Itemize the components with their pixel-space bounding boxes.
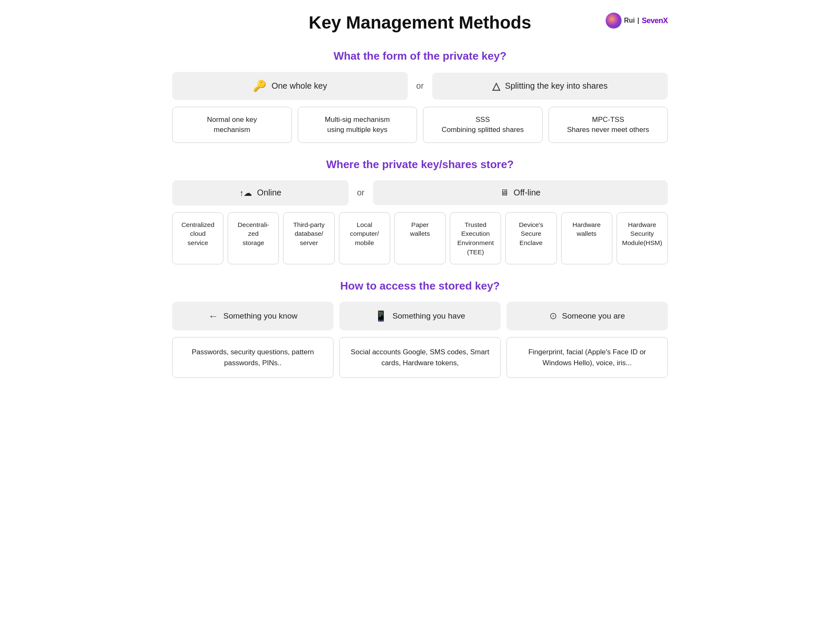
option-someone-are: ⊙ Someone you are [507,302,668,330]
sub-item-passwords: Passwords, security questions, pattern p… [172,337,333,378]
option-online-label: Online [257,188,281,198]
or-label-2: or [354,188,367,198]
sub-item-social-accounts: Social accounts Google, SMS codes, Smart… [339,337,501,378]
sub-item-biometrics: Fingerprint, facial (Apple's Face ID or … [507,337,668,378]
sub-item-normal-one-key: Normal one keymechanism [172,107,292,143]
sub-item-hsm: HardwareSecurityModule(HSM) [617,212,668,265]
know-icon: ← [208,310,218,322]
section-key-form: What the form of the private key? 🔑 One … [172,50,668,143]
or-label-1: or [414,81,426,91]
option-splitting-key-label: Splitting the key into shares [505,81,608,91]
key-icon: 🔑 [253,79,266,92]
option-offline: 🖥 Off-line [373,180,668,205]
sub-item-hardware-wallets: Hardwarewallets [561,212,612,265]
are-icon: ⊙ [549,311,557,322]
sub-item-sss: SSSCombining splitted shares [423,107,543,143]
section3-title: How to access the stored key? [172,279,668,293]
option-something-know: ← Something you know [172,302,333,330]
section-key-access: How to access the stored key? ← Somethin… [172,279,668,378]
option-someone-are-label: Someone you are [562,311,625,321]
storage-options-row: ↑☁ Online or 🖥 Off-line [172,180,668,206]
option-one-whole-key-label: One whole key [271,81,327,91]
section2-title: Where the private key/shares store? [172,158,668,171]
storage-sub-items: Centralizedcloudservice Decentrali-zedst… [172,212,668,265]
sub-item-paper-wallets: Paperwallets [394,212,446,265]
sub-item-centralized-cloud: Centralizedcloudservice [172,212,223,265]
header: Key Management Methods Rui | SevenX [172,13,668,33]
option-something-have-label: Something you have [392,311,465,321]
option-something-have: 📱 Something you have [339,302,501,330]
online-icon: ↑☁ [239,188,252,198]
key-form-sub-items: Normal one keymechanism Multi-sig mechan… [172,107,668,143]
option-splitting-key: △ Splitting the key into shares [432,73,668,100]
access-options-row: ← Something you know 📱 Something you hav… [172,302,668,330]
split-icon: △ [492,80,500,92]
section1-title: What the form of the private key? [172,50,668,63]
option-one-whole-key: 🔑 One whole key [172,72,408,100]
sub-item-third-party: Third-partydatabase/server [283,212,334,265]
sub-item-decentralized: Decentrali-zedstorage [228,212,279,265]
option-online: ↑☁ Online [172,180,349,206]
option-something-know-label: Something you know [223,311,297,321]
key-form-options-row: 🔑 One whole key or △ Splitting the key i… [172,72,668,100]
sub-item-multi-sig: Multi-sig mechanismusing multiple keys [298,107,417,143]
section-key-store: Where the private key/shares store? ↑☁ O… [172,158,668,265]
have-icon: 📱 [375,310,387,322]
brand-company: SevenX [642,16,668,25]
offline-icon: 🖥 [500,188,509,198]
sub-item-local-computer: Localcomputer/mobile [339,212,390,265]
sub-item-tee: TrustedExecutionEnvironment(TEE) [450,212,501,265]
avatar [606,13,622,29]
brand-name: Rui [624,17,635,24]
access-sub-items: Passwords, security questions, pattern p… [172,337,668,378]
brand-separator: | [637,17,639,24]
brand-logo: Rui | SevenX [606,13,668,29]
sub-item-mpc-tss: MPC-TSSShares never meet others [549,107,668,143]
sub-item-secure-enclave: Device'sSecureEnclave [505,212,556,265]
option-offline-label: Off-line [514,188,541,198]
page-title: Key Management Methods [172,13,668,33]
